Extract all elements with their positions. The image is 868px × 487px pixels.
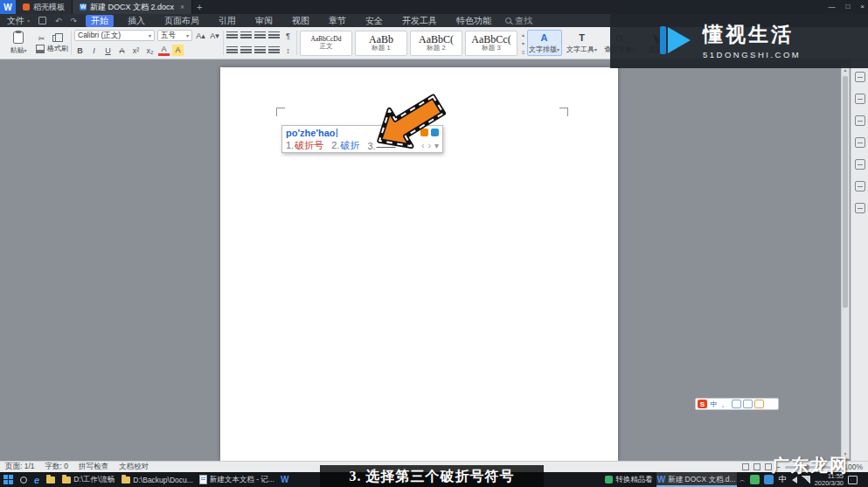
numbered-list-icon[interactable] xyxy=(240,30,252,41)
right-toolbar-icon-5[interactable] xyxy=(855,159,865,170)
ribbon-tab-view[interactable]: 视图 xyxy=(287,15,315,27)
hidden-icons-chevron[interactable]: ︿ xyxy=(740,476,746,484)
cut-icon[interactable]: ✂ xyxy=(36,32,47,44)
chinese-mode-icon[interactable]: 中 xyxy=(709,400,719,408)
candidate-1[interactable]: 1.破折号 xyxy=(286,139,323,152)
text-tools-icon: T xyxy=(579,31,585,44)
font-size-combo[interactable]: 五号▾ xyxy=(157,30,192,41)
align-center-icon[interactable] xyxy=(240,45,252,56)
close-tab-icon[interactable]: × xyxy=(180,3,184,11)
bold-button[interactable]: B xyxy=(74,45,86,56)
new-tab-button[interactable]: + xyxy=(192,0,206,14)
style-normal[interactable]: AaBbCcDd 正文 xyxy=(300,31,352,56)
justify-icon[interactable] xyxy=(268,45,280,56)
ribbon-tab-special-features[interactable]: 特色功能 xyxy=(451,15,496,27)
right-toolbar-icon-3[interactable] xyxy=(855,115,865,126)
highlight-color-button[interactable]: A xyxy=(172,45,184,56)
action-center-icon[interactable] xyxy=(848,476,858,484)
redo-icon[interactable]: ↷ xyxy=(71,17,78,25)
subscript-button[interactable]: x₂ xyxy=(144,45,156,56)
ribbon-tab-security[interactable]: 安全 xyxy=(360,15,388,27)
copy-icon[interactable] xyxy=(52,35,59,42)
edge-button[interactable]: e xyxy=(31,472,43,487)
text-layout-button[interactable]: A 文字排版▾ xyxy=(527,30,562,56)
file-menu[interactable]: 文件 ▾ xyxy=(7,15,30,27)
tray-app-icon-1[interactable] xyxy=(750,475,760,484)
close-button[interactable]: × xyxy=(860,3,865,10)
right-toolbar-icon-7[interactable] xyxy=(855,203,865,213)
view-mode-icon-1[interactable] xyxy=(742,463,749,470)
start-button[interactable] xyxy=(0,472,17,487)
italic-button[interactable]: I xyxy=(88,45,100,56)
find-replace-button[interactable]: 查找替换▾ xyxy=(602,31,637,55)
right-toolbar-icon-4[interactable] xyxy=(855,137,865,148)
gallery-up-icon[interactable]: ▴ xyxy=(522,31,525,38)
view-mode-icon-2[interactable] xyxy=(753,463,760,470)
style-heading2[interactable]: AaBbC( 标题 2 xyxy=(410,31,462,56)
taskbar-window-folder1[interactable]: D:\工作\流畅 xyxy=(59,472,118,487)
save-icon[interactable] xyxy=(38,17,46,24)
scroll-up-icon[interactable]: ▲ xyxy=(842,66,849,74)
candidate-2[interactable]: 2.破折 xyxy=(331,139,359,152)
tab-docer-templates[interactable]: 稻壳模板 xyxy=(16,0,73,14)
vertical-scrollbar[interactable]: ▲ ▼ xyxy=(841,65,850,459)
font-color-button[interactable]: A xyxy=(158,45,170,56)
select-button[interactable]: 选择▾ xyxy=(640,31,675,55)
text-caret xyxy=(337,129,337,137)
ribbon-tab-developer[interactable]: 开发工具 xyxy=(397,15,442,27)
taskbar-window-converter[interactable]: 转换精品看 xyxy=(601,472,656,487)
format-painter-button[interactable]: 格式刷 xyxy=(36,44,68,53)
file-explorer-button[interactable] xyxy=(43,472,59,487)
punctuation-icon[interactable]: 。 xyxy=(720,400,730,408)
wps-app-logo[interactable]: W xyxy=(0,0,16,14)
taskbar-w-app[interactable]: W xyxy=(277,472,292,487)
sogou-logo-icon[interactable]: S xyxy=(698,400,707,408)
ribbon-tab-references[interactable]: 引用 xyxy=(213,15,241,27)
underline-button[interactable]: U xyxy=(102,45,114,56)
bullet-list-icon[interactable] xyxy=(226,30,238,41)
font-name-combo[interactable]: Calibri (正文)▾ xyxy=(74,30,155,41)
document-proofing[interactable]: 文档校对 xyxy=(119,462,149,472)
ribbon-tab-insert[interactable]: 插入 xyxy=(122,15,150,27)
paragraph-mark-icon[interactable]: ¶ xyxy=(282,30,294,41)
minimize-button[interactable]: — xyxy=(828,3,835,10)
taskbar-window-wps-doc[interactable]: W 新建 DOCX 文档.d... xyxy=(656,472,737,487)
decrease-indent-icon[interactable] xyxy=(254,30,266,41)
increase-indent-icon[interactable] xyxy=(268,30,280,41)
toolbox-icon[interactable] xyxy=(754,400,764,408)
right-toolbar-icon-1[interactable] xyxy=(855,72,865,82)
tab-document[interactable]: W 新建 DOCX 文档 2.docx × xyxy=(73,0,192,14)
emoji-icon[interactable] xyxy=(743,400,753,408)
scrollbar-thumb[interactable] xyxy=(843,76,848,308)
ribbon-tab-section[interactable]: 章节 xyxy=(323,15,351,27)
ribbon-tab-page-layout[interactable]: 页面布局 xyxy=(159,15,205,27)
strikethrough-button[interactable]: A xyxy=(116,45,128,56)
keyboard-icon[interactable] xyxy=(732,400,741,408)
ribbon-tab-home[interactable]: 开始 xyxy=(86,15,114,27)
increase-font-icon[interactable]: A▴ xyxy=(195,30,206,41)
taskbar-window-folder2[interactable]: D:\Backup\Docu... xyxy=(118,472,197,487)
superscript-button[interactable]: x² xyxy=(130,45,142,56)
align-left-icon[interactable] xyxy=(226,45,238,56)
taskbar-window-notepad[interactable]: 新建文本文档 - 记... xyxy=(197,472,277,487)
undo-icon[interactable]: ↶ xyxy=(55,17,62,25)
right-toolbar-icon-6[interactable] xyxy=(855,181,865,191)
align-right-icon[interactable] xyxy=(254,45,266,56)
decrease-font-icon[interactable]: A▾ xyxy=(209,30,220,41)
gallery-more-icon[interactable]: ≡ xyxy=(522,50,525,55)
style-heading1[interactable]: AaBb 标题 1 xyxy=(355,31,407,56)
word-count[interactable]: 字数: 0 xyxy=(45,462,68,472)
find-command-box[interactable]: 查找 xyxy=(505,15,532,27)
ribbon-toolbar: 粘贴▾ ✂ 格式刷 Calibri (正文)▾ 五号▾ xyxy=(0,27,868,59)
text-tools-button[interactable]: T 文字工具▾ xyxy=(565,31,600,55)
spell-check[interactable]: 拼写检查 xyxy=(79,462,108,472)
maximize-button[interactable]: □ xyxy=(845,3,850,10)
cortana-search-button[interactable] xyxy=(17,472,31,487)
style-heading3[interactable]: AaBbCc( 标题 3 xyxy=(465,31,517,56)
ribbon-tab-review[interactable]: 审阅 xyxy=(250,15,278,27)
line-spacing-icon[interactable]: ↕ xyxy=(282,45,294,56)
right-toolbar-icon-2[interactable] xyxy=(855,94,865,104)
gallery-down-icon[interactable]: ▾ xyxy=(522,40,525,46)
paste-button[interactable]: 粘贴▾ xyxy=(3,31,33,55)
paragraph-group: ¶ ↕ xyxy=(226,29,294,57)
